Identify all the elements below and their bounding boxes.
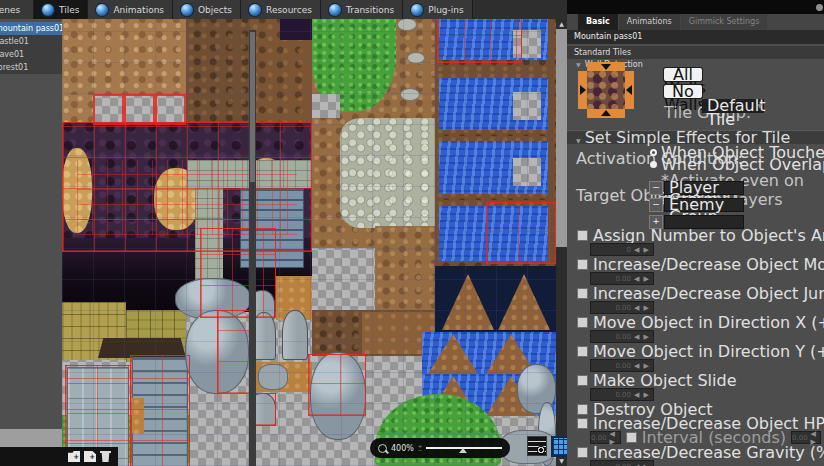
scroll-down-icon[interactable]: ▼ xyxy=(556,456,567,466)
checkbox-unchecked-icon[interactable] xyxy=(577,375,588,386)
sidebar-item-mountain-pass01[interactable]: mountain pass01 xyxy=(0,22,62,35)
effect-header: Increase/Decrease Object Move Speed (+/-… xyxy=(577,258,821,270)
arrow-up-icon xyxy=(601,110,611,116)
checkbox-unchecked-icon[interactable] xyxy=(577,317,588,328)
app-window: ▲ ▼ ScenesTilesAnimationsObjectsResource… xyxy=(0,0,824,466)
tab-scenes[interactable]: Scenes xyxy=(0,0,34,19)
checkbox-unchecked-icon[interactable] xyxy=(577,288,588,299)
app-sphere-icon xyxy=(181,4,193,16)
all-walls-button[interactable]: All Walls xyxy=(664,68,702,81)
activation-radio[interactable]: When Object Overlaps Tile xyxy=(650,159,822,169)
tab-tiles[interactable]: Tiles xyxy=(34,0,88,19)
wall-detection-marker xyxy=(77,160,297,235)
sidebar-item-forest01[interactable]: forest01 xyxy=(0,61,62,74)
arrow-right-icon xyxy=(580,85,586,95)
group-name-field[interactable]: Enemy Group xyxy=(664,198,744,212)
app-sphere-icon xyxy=(329,4,341,16)
effect-row: Increase/Decrease Object Move Speed (+/-… xyxy=(577,258,821,285)
canvas-vertical-scrollbar[interactable]: ▲ ▼ xyxy=(556,19,567,466)
zoom-toolbar: 400% +− xyxy=(370,438,510,458)
group-name-field[interactable]: Player Group xyxy=(664,181,744,195)
effect-label: Increase/Decrease Object Jump Force (+/-… xyxy=(593,284,824,303)
effect-row: Increase/Decrease Gravity (%)0.00◀ ▶ xyxy=(577,446,821,466)
add-tileset-icon[interactable]: + xyxy=(84,451,96,462)
checkbox-unchecked-icon[interactable] xyxy=(577,346,588,357)
sidebar-item-castle01[interactable]: castle01 xyxy=(0,35,62,48)
delete-icon[interactable] xyxy=(100,451,112,462)
wall-detection-marker xyxy=(308,354,366,416)
canvas-scrollbar-thumb[interactable] xyxy=(556,29,567,247)
panel-scrollbar-thumb[interactable] xyxy=(250,32,255,182)
panel-tab-basic[interactable]: Basic xyxy=(578,14,618,30)
spinner-arrows-icon[interactable]: ◀ ▶ xyxy=(634,463,650,466)
arrow-left-icon xyxy=(626,85,632,95)
spinner-value: 0.00 xyxy=(615,391,631,399)
tile-block-pebble xyxy=(407,52,425,64)
tab-animations[interactable]: Animations xyxy=(88,0,173,19)
spinner-arrows-icon[interactable]: ◀ ▶ xyxy=(634,362,650,370)
wall-detection-marker xyxy=(437,13,522,63)
no-walls-button[interactable]: No Walls xyxy=(664,85,702,98)
checkbox-unchecked-icon[interactable] xyxy=(626,432,637,443)
top-tab-bar: ScenesTilesAnimationsObjectsResourcesTra… xyxy=(0,0,567,19)
tab-transitions[interactable]: Transitions xyxy=(321,0,403,19)
checkbox-unchecked-icon[interactable] xyxy=(577,447,588,458)
tile-block-checkN xyxy=(513,92,541,120)
spinner-value: 0.00 xyxy=(615,463,631,466)
zoom-slider[interactable] xyxy=(426,443,502,453)
wall-detection-marker xyxy=(486,202,556,264)
remove-group-button[interactable]: − xyxy=(649,181,663,195)
scroll-up-icon[interactable]: ▲ xyxy=(556,19,567,29)
tile-group-dropdown[interactable]: Default Tile▼ xyxy=(702,99,764,113)
panel-tab-animations[interactable]: Animations xyxy=(619,14,680,30)
wall-right-toggle[interactable] xyxy=(625,71,634,109)
target-group-row: −Enemy Group xyxy=(649,198,809,212)
effect-label: Move Object in Direction Y (+/-) xyxy=(593,342,824,361)
effect-row: Increase/Decrease Object HP (+/-)0.00◀ ▶… xyxy=(577,417,821,444)
effect-row: Move Object in Direction Y (+/-)0.00◀ ▶ xyxy=(577,345,821,372)
wall-bottom-toggle[interactable] xyxy=(587,109,625,118)
tile-block-pebble xyxy=(397,18,417,31)
spinner-value: 0.00 xyxy=(615,304,631,312)
wall-detection-marker xyxy=(124,94,155,125)
remove-group-button[interactable]: − xyxy=(649,198,663,212)
effect-label: Assign Number to Object's Area Detection… xyxy=(593,226,824,245)
tile-block-dirtL xyxy=(62,10,186,95)
standard-tiles-header[interactable]: Standard Tiles xyxy=(567,46,824,59)
panel-menu-icon[interactable] xyxy=(816,4,823,11)
effect-header: Increase/Decrease Gravity (%) xyxy=(577,446,821,458)
tab-label: Tiles xyxy=(59,5,79,15)
add-folder-icon[interactable]: + xyxy=(68,451,80,462)
tab-plugins[interactable]: Plug-ins xyxy=(403,0,473,19)
zoom-slider-handle[interactable] xyxy=(459,448,467,453)
wall-top-toggle[interactable] xyxy=(587,62,625,71)
checkbox-unchecked-icon[interactable] xyxy=(577,230,588,241)
checkbox-unchecked-icon[interactable] xyxy=(577,418,588,429)
tab-objects[interactable]: Objects xyxy=(173,0,241,19)
wall-detection-marker xyxy=(93,94,124,125)
effect-row: Assign Number to Object's Area Detection… xyxy=(577,229,821,256)
magnifier-icon xyxy=(378,444,387,453)
spinner-arrows-icon[interactable]: ◀ ▶ xyxy=(634,275,650,283)
checkbox-unchecked-icon[interactable] xyxy=(577,404,588,415)
spinner-arrows-icon[interactable]: ◀ ▶ xyxy=(634,391,650,399)
value-spinner[interactable]: 0.00◀ ▶ xyxy=(590,460,654,466)
sidebar-item-cave01[interactable]: cave01 xyxy=(0,48,62,61)
spinner-arrows-icon[interactable]: ◀ ▶ xyxy=(634,304,650,312)
panel-scrollbar[interactable] xyxy=(249,30,256,466)
tab-label: Objects xyxy=(198,5,232,15)
spinner-arrows-icon[interactable]: ◀ ▶ xyxy=(634,246,650,254)
zoom-stepper[interactable]: +− xyxy=(418,444,422,452)
tileset-canvas[interactable] xyxy=(62,10,556,466)
wall-left-toggle[interactable] xyxy=(578,71,587,109)
tileset-name-field[interactable]: Mountain pass01 xyxy=(567,30,824,44)
checkbox-unchecked-icon[interactable] xyxy=(577,259,588,270)
radio-selected-icon xyxy=(650,161,657,168)
display-settings-icon[interactable] xyxy=(527,436,547,456)
effect-header: Move Object in Direction Y (+/-) xyxy=(577,345,821,357)
tab-resources[interactable]: Resources xyxy=(241,0,321,19)
collapse-triangle-icon: ▼ xyxy=(576,137,581,144)
tab-label: Resources xyxy=(266,5,312,15)
spinner-arrows-icon[interactable]: ◀ ▶ xyxy=(634,333,650,341)
activation-radio-group: When Object Touches Tile's Wall Detectio… xyxy=(650,147,822,171)
